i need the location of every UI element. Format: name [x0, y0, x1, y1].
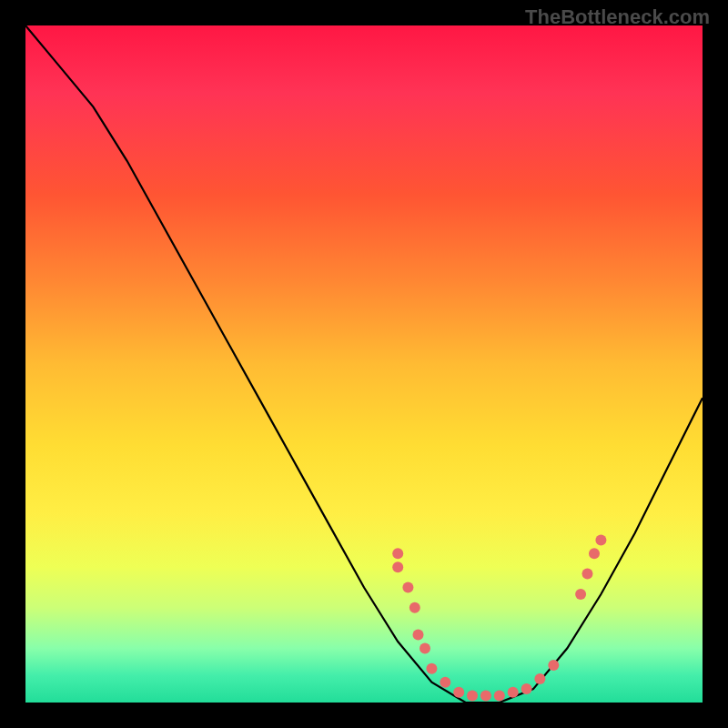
data-point [548, 660, 559, 671]
chart-plot-area [25, 25, 703, 703]
scatter-points [392, 534, 606, 701]
data-point [426, 663, 437, 674]
data-point [440, 677, 450, 688]
data-point [595, 534, 606, 545]
data-point [582, 569, 593, 580]
data-point [521, 683, 532, 694]
data-point [508, 687, 519, 698]
watermark-text: TheBottleneck.com [525, 5, 710, 29]
chart-svg [25, 25, 703, 703]
data-point [467, 691, 478, 702]
bottleneck-curve [25, 25, 703, 703]
data-point [480, 691, 491, 702]
data-point [420, 643, 430, 654]
data-point [453, 687, 464, 698]
data-point [402, 582, 413, 593]
data-point [392, 561, 403, 572]
data-point [392, 548, 403, 559]
data-point [413, 630, 424, 641]
data-point [575, 589, 586, 600]
data-point [589, 548, 600, 559]
data-point [494, 691, 505, 702]
data-point [534, 673, 545, 684]
data-point [410, 602, 420, 613]
